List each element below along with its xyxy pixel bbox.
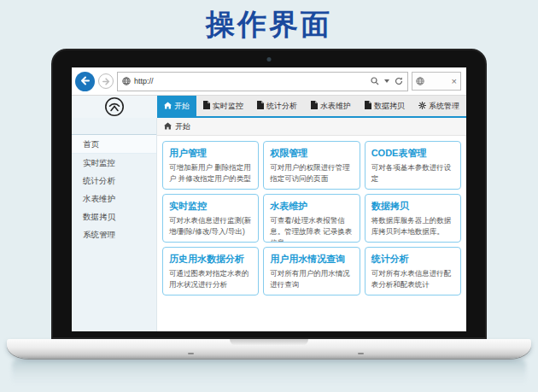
card-desc: 可对所有用户的用水情况进行查询 (270, 268, 353, 290)
breadcrumb: 开始 (157, 118, 466, 136)
caret-down-icon[interactable] (384, 79, 389, 83)
home-icon (164, 102, 172, 111)
browser-forward-button[interactable] (98, 73, 114, 89)
tab-realtime-monitor[interactable]: 实时监控 (196, 96, 250, 116)
card-code-table-management[interactable]: CODE表管理 可对各项基本参数进行设定 (365, 141, 461, 190)
page-icon (365, 101, 371, 111)
forward-arrow-icon (102, 75, 110, 88)
card-data-copy[interactable]: 数据拷贝 将数据库服务器上的数据库拷贝到本地数据库。 (365, 194, 461, 243)
refresh-icon[interactable] (395, 73, 403, 89)
sidebar-item-home[interactable]: 首页 (72, 134, 156, 154)
card-desc: 可对所有水表信息进行配表分析和配表统计 (371, 268, 454, 290)
tab-system-management[interactable]: 系统管理 (412, 96, 466, 116)
tab-meter-maintenance[interactable]: 水表维护 (304, 96, 358, 116)
card-desc: 将数据库服务器上的数据库拷贝到本地数据库。 (371, 215, 454, 237)
laptop-bezel: http:// × (51, 49, 487, 339)
address-bar-actions (371, 73, 403, 89)
browser-tab[interactable]: × (412, 72, 461, 91)
laptop-foot (188, 353, 194, 354)
card-statistics[interactable]: 统计分析 可对所有水表信息进行配表分析和配表统计 (365, 247, 461, 295)
main-panel: 开始 用户管理 可增加新用户 删除指定用户 并修改指定用户的类型 权限管理 可对… (157, 118, 466, 331)
card-user-usage-query[interactable]: 用户用水情况查询 可对所有用户的用水情况进行查询 (263, 247, 360, 295)
sidebar-item-system-management[interactable]: 系统管理 (72, 225, 156, 243)
tab-label: 开始 (174, 101, 190, 112)
card-desc: 可对水表信息进行监测(新增/删除/修改/导入/导出) (169, 215, 252, 237)
tab-label: 实时监控 (213, 101, 243, 112)
tab-label: 统计分析 (266, 101, 297, 112)
tab-home[interactable]: 开始 (157, 96, 196, 116)
card-title: 水表维护 (270, 200, 353, 213)
globe-icon (122, 73, 131, 89)
globe-icon (416, 73, 424, 89)
page-background: 操作界面 http (0, 0, 538, 392)
card-title: 历史用水数据分析 (169, 253, 252, 266)
card-desc: 可对各项基本参数进行设定 (371, 162, 454, 184)
page-icon (203, 101, 210, 111)
webcam-icon (267, 57, 272, 61)
magnifier-icon[interactable] (371, 73, 379, 89)
url-text: http:// (134, 77, 367, 85)
card-title: 用户用水情况查询 (270, 253, 353, 266)
close-icon[interactable]: × (452, 77, 457, 86)
app-header: 开始 实时监控 统计分析 (72, 96, 466, 118)
laptop-reflection (12, 360, 526, 389)
sidebar-item-data-copy[interactable]: 数据拷贝 (72, 208, 156, 225)
home-icon (164, 122, 172, 132)
page-icon (257, 101, 264, 111)
gear-icon (418, 102, 426, 111)
card-title: 数据拷贝 (371, 200, 454, 213)
sidebar-item-statistics[interactable]: 统计分析 (72, 172, 156, 190)
tab-data-copy[interactable]: 数据拷贝 (358, 96, 412, 116)
card-title: CODE表管理 (371, 147, 454, 160)
tab-label: 数据拷贝 (374, 101, 405, 112)
sidebar: 首页 实时监控 统计分析 水表维护 数据拷贝 系统管理 (72, 118, 157, 331)
page-icon (311, 101, 318, 111)
card-desc: 可对用户的权限进行管理 指定可访问的页面 (270, 162, 353, 184)
card-title: 实时监控 (169, 200, 252, 213)
card-desc: 可增加新用户 删除指定用户 并修改指定用户的类型 (169, 162, 252, 184)
address-bar[interactable]: http:// (117, 72, 408, 91)
card-meter-maintenance[interactable]: 水表维护 可查看/处理水表报警信息。管理故障表 记录换表信息。 (263, 194, 360, 243)
laptop-foot (358, 353, 364, 354)
card-title: 用户管理 (169, 147, 252, 160)
card-permission-management[interactable]: 权限管理 可对用户的权限进行管理 指定可访问的页面 (263, 141, 360, 190)
browser-toolbar: http:// × (72, 67, 466, 96)
page-title: 操作界面 (0, 5, 538, 44)
tab-statistics[interactable]: 统计分析 (250, 96, 304, 116)
app-nav-tabs: 开始 实时监控 统计分析 (157, 96, 466, 118)
card-history-water-analysis[interactable]: 历史用水数据分析 可通过图表对指定水表的用水状况进行分析 (162, 247, 259, 295)
tab-label: 系统管理 (429, 101, 459, 112)
back-arrow-icon (80, 75, 90, 88)
laptop-lid-notch (230, 339, 308, 346)
card-realtime-monitor[interactable]: 实时监控 可对水表信息进行监测(新增/删除/修改/导入/导出) (162, 194, 259, 243)
browser-back-button[interactable] (75, 72, 95, 91)
brand-logo (72, 96, 157, 118)
sidebar-item-meter-maintenance[interactable]: 水表维护 (72, 190, 156, 208)
content-row: 首页 实时监控 统计分析 水表维护 数据拷贝 系统管理 开始 (72, 118, 466, 331)
sidebar-item-realtime-monitor[interactable]: 实时监控 (72, 154, 156, 172)
card-title: 统计分析 (371, 253, 454, 266)
card-title: 权限管理 (270, 147, 353, 160)
card-desc: 可查看/处理水表报警信息。管理故障表 记录换表信息。 (270, 215, 353, 243)
screen-content: http:// × (72, 67, 466, 331)
card-desc: 可通过图表对指定水表的用水状况进行分析 (169, 268, 252, 290)
cards-grid: 用户管理 可增加新用户 删除指定用户 并修改指定用户的类型 权限管理 可对用户的… (157, 136, 466, 301)
card-user-management[interactable]: 用户管理 可增加新用户 删除指定用户 并修改指定用户的类型 (162, 141, 259, 190)
breadcrumb-label: 开始 (175, 121, 190, 132)
laptop-base (7, 339, 531, 359)
tab-label: 水表维护 (320, 101, 351, 112)
